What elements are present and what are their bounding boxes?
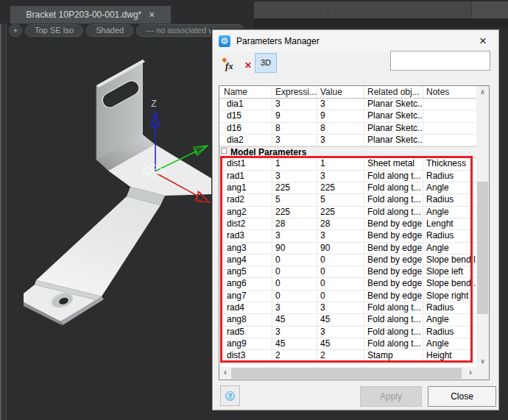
cell-notes: Radius xyxy=(423,302,476,313)
cell-value: 3 xyxy=(317,327,364,338)
viewport-controls: + Top SE Iso Shaded --- no associated vi… xyxy=(9,24,244,38)
parameter-row[interactable]: dia133Planar Sketc... xyxy=(219,99,476,110)
parameter-row[interactable]: ang84545Fold along t...Angle xyxy=(219,314,476,326)
parameter-row[interactable]: ang2225225Fold along t...Angle xyxy=(219,207,476,218)
filter-input[interactable] xyxy=(390,51,490,71)
view-orientation-button[interactable]: Top SE Iso xyxy=(25,24,83,37)
add-viewport-button[interactable]: + xyxy=(9,24,22,37)
horizontal-scrollbar[interactable]: ‹ › xyxy=(219,367,476,380)
cell-name: dist3 xyxy=(219,350,272,361)
cell-expression: 0 xyxy=(272,255,317,266)
cell-name: rad4 xyxy=(219,302,272,313)
cell-value: 0 xyxy=(317,255,364,266)
group-label: Model Parameters xyxy=(230,147,306,157)
parameter-row[interactable]: ang600Bend by edgeSlope bend . xyxy=(219,278,476,290)
parameter-row[interactable]: ang94545Fold along t...Angle xyxy=(219,338,476,350)
cell-name: d16 xyxy=(219,123,272,134)
table-rows: dia133Planar Sketc...d1599Planar Sketc..… xyxy=(219,99,476,363)
visual-style-button[interactable]: Shaded xyxy=(86,24,133,37)
parameter-row[interactable]: dia233Planar Sketc... xyxy=(219,135,476,146)
dialog-close-button[interactable]: × xyxy=(475,33,491,49)
sheet-metal-part[interactable] xyxy=(24,60,212,325)
cell-expression: 3 xyxy=(272,302,317,313)
parameters-table[interactable]: Name Expressi... Value Related obj... No… xyxy=(219,85,490,380)
parameter-row[interactable]: ang39090Bend by edgeAngle xyxy=(219,243,476,255)
ribbon-segment xyxy=(472,1,508,18)
new-parameter-button[interactable]: ✱ fx xyxy=(222,59,239,74)
cell-expression: 1 xyxy=(272,158,317,169)
table-header[interactable]: Name Expressi... Value Related obj... No… xyxy=(219,86,476,99)
scroll-down-icon[interactable]: ∨ xyxy=(476,355,489,367)
vertical-scrollbar[interactable]: ∧ ∨ xyxy=(476,86,489,367)
cell-name: ang4 xyxy=(219,255,272,266)
help-icon: ? xyxy=(225,391,235,401)
close-button[interactable]: Close xyxy=(428,386,496,407)
collapse-toggle-icon[interactable] xyxy=(221,148,227,154)
delete-parameter-button[interactable]: ✕ xyxy=(241,59,255,72)
parameter-row[interactable]: d1688Planar Sketc... xyxy=(219,123,476,135)
parameter-row[interactable]: rad333Bend by edgeRadius xyxy=(219,230,476,242)
cell-value: 3 xyxy=(317,230,364,241)
parameter-row[interactable]: dist22828Bend by edgeLenght xyxy=(219,218,476,230)
cell-expression: 3 xyxy=(272,327,317,338)
scroll-up-icon[interactable]: ∧ xyxy=(476,86,489,98)
parameter-row[interactable]: ang1225225Fold along t...Angle xyxy=(219,182,476,194)
cell-notes xyxy=(423,135,476,146)
column-header-notes[interactable]: Notes xyxy=(423,86,476,98)
cell-notes: Radius xyxy=(423,194,476,205)
dialog-toolbar: ✱ fx ✕ 3D xyxy=(213,52,498,82)
dialog-title: Parameters Manager xyxy=(236,36,320,46)
parameter-row[interactable]: d1599Planar Sketc... xyxy=(219,110,476,122)
cell-related: Fold along t... xyxy=(364,171,423,182)
cell-notes: Slope right xyxy=(423,291,476,302)
vertical-scroll-thumb[interactable] xyxy=(477,182,488,314)
cell-expression: 45 xyxy=(272,314,317,325)
scrollbar-corner xyxy=(476,367,489,380)
parameters-manager-dialog: ⚙ Parameters Manager × ✱ fx ✕ 3D Name Ex… xyxy=(212,29,499,410)
cell-notes: Radius xyxy=(423,327,476,338)
dialog-titlebar[interactable]: ⚙ Parameters Manager × xyxy=(213,30,498,52)
cell-value: 28 xyxy=(317,218,364,229)
cell-expression: 3 xyxy=(272,171,317,182)
cell-related: Fold along t... xyxy=(364,194,423,205)
cell-value: 3 xyxy=(317,171,364,182)
mode-3d-toggle[interactable]: 3D xyxy=(255,53,277,73)
parameter-row[interactable]: rad533Fold along t...Radius xyxy=(219,327,476,338)
horizontal-scroll-thumb[interactable] xyxy=(231,368,462,379)
scroll-left-icon[interactable]: ‹ xyxy=(219,367,231,380)
parameter-row[interactable]: ang500Bend by edgeSlope left xyxy=(219,266,476,278)
parameter-row[interactable]: rad133Fold along t...Radius xyxy=(219,171,476,182)
sketch-parameter-rows: dia133Planar Sketc...d1599Planar Sketc..… xyxy=(219,99,476,146)
scroll-right-icon[interactable]: › xyxy=(465,367,476,380)
model-parameters-group-row[interactable]: Model Parameters xyxy=(219,146,476,158)
parameter-row[interactable]: dist111Sheet metalThickness xyxy=(219,158,476,170)
cell-value: 3 xyxy=(317,135,364,146)
column-header-name[interactable]: Name xyxy=(219,86,272,98)
apply-button[interactable]: Apply xyxy=(360,386,422,407)
y-axis-arrowhead xyxy=(194,146,208,155)
column-header-related[interactable]: Related obj... xyxy=(364,86,423,98)
tab-close-icon[interactable]: × xyxy=(149,10,155,20)
parameter-row[interactable]: ang700Bend by edgeSlope right xyxy=(219,291,476,302)
cell-expression: 0 xyxy=(272,266,317,277)
cell-related: Fold along t... xyxy=(364,314,423,325)
column-header-expression[interactable]: Expressi... xyxy=(272,86,317,98)
parameter-row[interactable]: ang400Bend by edgeSlope bend l xyxy=(219,255,476,266)
cell-expression: 28 xyxy=(272,218,317,229)
cell-name: ang7 xyxy=(219,291,272,302)
column-header-value[interactable]: Value xyxy=(317,86,364,98)
document-tab[interactable]: Bracket 10P203-00-001.dwg* × xyxy=(10,6,171,24)
parameter-row[interactable]: rad433Fold along t...Radius xyxy=(219,302,476,314)
z-axis-label: Z xyxy=(151,99,156,109)
cell-related: Fold along t... xyxy=(364,182,423,193)
cell-name: rad5 xyxy=(219,327,272,338)
parameter-row[interactable]: rad255Fold along t...Radius xyxy=(219,194,476,206)
cell-name: ang9 xyxy=(219,338,272,349)
help-button[interactable]: ? xyxy=(220,385,240,406)
parameter-row[interactable]: dist322StampHeight xyxy=(219,350,476,362)
cell-related: Bend by edge xyxy=(364,291,423,302)
cell-notes xyxy=(423,123,476,134)
cell-related: Bend by edge xyxy=(364,255,423,266)
cell-related: Planar Sketc... xyxy=(364,99,423,110)
cell-value: 3 xyxy=(317,302,364,313)
